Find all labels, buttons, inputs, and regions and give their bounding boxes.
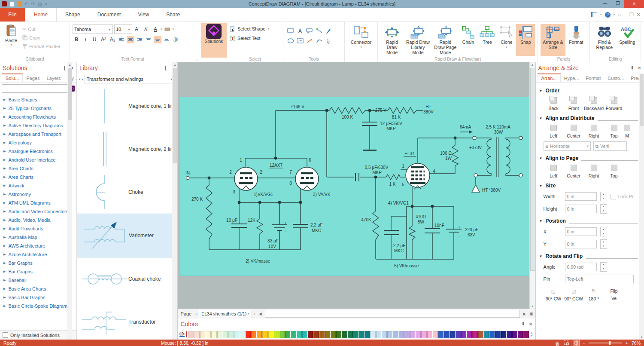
minimize-button[interactable]: — <box>598 0 611 8</box>
align-top-objects-button[interactable]: Top <box>604 125 624 138</box>
expand-arrow-icon[interactable]: ▶ <box>3 165 6 171</box>
page-tab[interactable]: EL34 shemathics (1/1) ▾ <box>199 310 252 318</box>
solutions-button[interactable]: Solutions <box>201 23 227 58</box>
color-swatch[interactable] <box>489 331 495 338</box>
spelling-button[interactable]: ABC Spelling <box>617 24 638 56</box>
tab-format[interactable]: Format <box>583 73 605 82</box>
callout-tool[interactable] <box>306 28 313 34</box>
color-swatch[interactable] <box>472 331 477 338</box>
align-left-button[interactable] <box>118 36 125 43</box>
expand-arrow-icon[interactable]: ▶ <box>3 208 6 214</box>
library-scrollbar[interactable]: ▲ <box>172 62 177 340</box>
expand-arrow-icon[interactable]: ▶ <box>3 200 6 206</box>
expand-arrow-icon[interactable]: ▶ <box>3 157 6 163</box>
solution-item[interactable]: ▶Bar Graphs <box>0 267 76 276</box>
send-to-back-button[interactable]: Back <box>544 97 564 111</box>
help-icon[interactable]: ? <box>605 12 611 18</box>
y-stepper[interactable]: ▲▼ <box>600 239 607 249</box>
only-installed-checkbox[interactable] <box>3 332 8 338</box>
align-left-objects-button[interactable]: Left <box>544 125 564 138</box>
page-align-top-button[interactable]: Top <box>604 165 624 178</box>
scroll-left-icon[interactable]: ◀ <box>258 312 263 316</box>
select-shape-caret-icon[interactable]: ▾ <box>267 27 269 31</box>
page-align-left-button[interactable]: Left <box>544 165 564 178</box>
solution-item[interactable]: ▶Audit Flowcharts <box>0 224 76 233</box>
format-panel-button[interactable]: Format <box>565 24 587 56</box>
color-swatch[interactable] <box>200 331 205 338</box>
angle-input[interactable]: 0.00 rad <box>565 263 597 271</box>
align-right-button[interactable] <box>136 36 143 43</box>
color-swatch[interactable] <box>217 331 222 338</box>
align-section-header[interactable]: ▼Align and Distribute <box>539 115 638 121</box>
solution-item[interactable]: ▶Astronomy <box>0 190 76 199</box>
color-swatch[interactable] <box>512 331 517 338</box>
line-tool[interactable] <box>316 28 322 34</box>
color-swatch[interactable] <box>251 331 256 338</box>
zoom-slider-thumb[interactable] <box>609 341 611 345</box>
expand-arrow-icon[interactable]: ▶ <box>3 114 6 120</box>
tab-file[interactable]: File <box>0 8 25 21</box>
size-caret-icon[interactable]: ▼ <box>128 28 131 31</box>
rapid-draw-library-mode-button[interactable]: Rapid Draw Library Mode <box>404 24 432 56</box>
library-dropdown[interactable]: Transformers and windings▼ <box>85 75 176 83</box>
color-swatch[interactable] <box>279 331 285 338</box>
width-stepper[interactable]: ▲▼ <box>600 192 607 201</box>
color-swatch[interactable] <box>421 331 426 338</box>
expand-arrow-icon[interactable]: ▶ <box>3 131 6 137</box>
width-input[interactable]: 0 in <box>565 192 597 201</box>
expand-arrow-icon[interactable]: ▶ <box>3 294 6 300</box>
rapid-draw-mode-button[interactable]: Rapid Draw Mode <box>380 24 404 56</box>
text-spacing-button[interactable] <box>172 36 179 43</box>
arrange-size-button[interactable]: Arrange & Size <box>541 24 565 56</box>
pen-tool[interactable] <box>325 28 331 34</box>
text-tool[interactable]: A <box>298 28 302 34</box>
close-button[interactable]: ✕ <box>624 0 644 8</box>
color-swatch[interactable] <box>234 331 239 338</box>
color-swatch[interactable] <box>450 331 455 338</box>
color-swatch[interactable] <box>382 331 387 338</box>
solution-item[interactable]: ▶Basic Shapes <box>0 95 76 104</box>
align-page-section-header[interactable]: ▼Align to Page <box>539 155 638 161</box>
prev-page-icon[interactable]: ‹ <box>194 312 198 316</box>
solution-item[interactable]: ▶Area Charts <box>0 173 76 181</box>
format-painter-button[interactable]: Format Painter <box>22 42 61 51</box>
page-align-right-button[interactable]: Right <box>584 165 604 178</box>
color-swatch[interactable] <box>342 331 347 338</box>
tab-custom[interactable]: Custo... <box>604 73 627 82</box>
library-back-icon[interactable]: ‹ <box>79 77 80 82</box>
colors-pin-icon[interactable] <box>521 322 525 327</box>
color-swatch[interactable] <box>467 331 472 338</box>
library-item-transductor[interactable]: Transductor <box>77 300 177 340</box>
text-format-dialog-launcher-icon[interactable]: ⌟ <box>195 57 197 61</box>
solution-item[interactable]: ▶Analogue Electronics <box>0 147 76 156</box>
solution-item[interactable]: ▶Audio, Video, Media <box>0 216 76 224</box>
tab-share[interactable]: Share <box>158 8 188 21</box>
expand-arrow-icon[interactable]: ▶ <box>3 251 6 257</box>
color-swatch[interactable] <box>393 331 398 338</box>
font-caret-icon[interactable]: ▼ <box>108 28 111 31</box>
pan-hand-icon[interactable] <box>554 340 560 346</box>
doc-close-icon[interactable]: ✕ <box>637 12 641 18</box>
distribute-vertical-dropdown[interactable]: ⧉Verti <box>593 141 627 151</box>
solution-item[interactable]: ▶Basic Area Charts <box>0 285 76 293</box>
color-swatch[interactable] <box>206 331 211 338</box>
restore-button[interactable]: ❐ <box>611 0 624 8</box>
arrange-close-icon[interactable]: ✕ <box>638 65 641 71</box>
color-swatch[interactable] <box>297 331 302 338</box>
color-swatch[interactable] <box>427 331 432 338</box>
solution-item[interactable]: ▶Accounting Flowcharts <box>0 113 76 121</box>
pointer-tool[interactable] <box>326 38 331 45</box>
palette-scroll[interactable]: ▲▼ <box>529 331 535 337</box>
canvas-vertical-scrollbar[interactable]: ▲ ▼ <box>529 62 535 309</box>
solutions-search-input[interactable] <box>2 84 68 93</box>
collapse-ribbon-icon[interactable]: ⌂ <box>618 12 621 17</box>
doc-minimize-icon[interactable]: _ <box>624 12 626 17</box>
color-swatch[interactable] <box>308 331 313 338</box>
expand-arrow-icon[interactable]: ▶ <box>3 191 6 197</box>
underline-button[interactable]: U <box>91 36 98 43</box>
tab-document[interactable]: Document <box>89 8 130 21</box>
color-swatch[interactable] <box>365 331 370 338</box>
color-swatch[interactable] <box>501 331 506 338</box>
expand-arrow-icon[interactable]: ▶ <box>3 234 6 240</box>
tab-solutions[interactable]: Solu... <box>2 73 23 82</box>
